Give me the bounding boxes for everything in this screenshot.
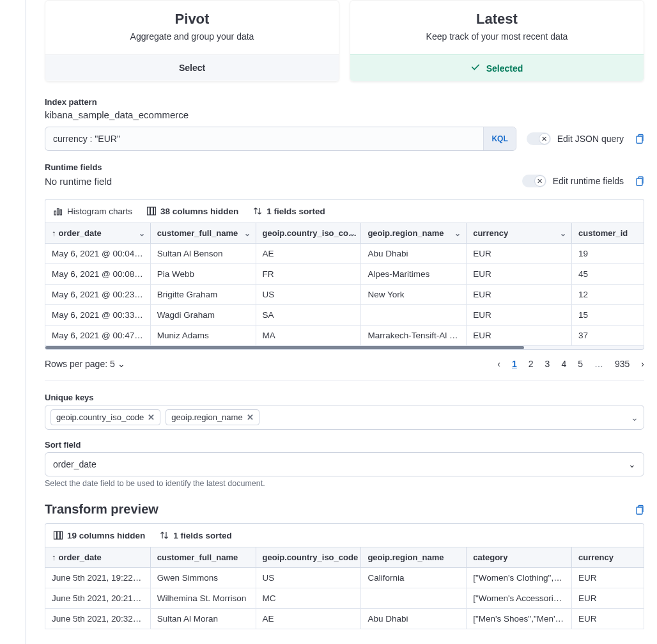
preview-fields-sorted-button[interactable]: 1 fields sorted (159, 530, 232, 540)
chevron-down-icon[interactable]: ⌄ (454, 229, 461, 238)
preview-title: Transform preview (45, 502, 158, 517)
col-customer-id[interactable]: customer_id (571, 223, 644, 244)
cell: AE (256, 244, 361, 264)
unique-keys-combobox[interactable]: geoip.country_iso_code ✕ geoip.region_na… (45, 405, 644, 430)
sort-asc-icon: ↑ (52, 228, 56, 238)
col-customer-name[interactable]: customer_full_name⌄ (150, 223, 256, 244)
pivot-title: Pivot (58, 11, 326, 27)
pivot-desc: Aggregate and group your data (58, 31, 326, 42)
pivot-card[interactable]: Pivot Aggregate and group your data Sele… (45, 0, 339, 82)
table-row[interactable]: May 6, 2021 @ 00:23:02…Brigitte GrahamUS… (45, 285, 644, 305)
columns-hidden-button[interactable]: 38 columns hidden (146, 206, 238, 216)
tag-region-name[interactable]: geoip.region_name ✕ (166, 409, 259, 425)
chevron-down-icon[interactable]: ⌄ (139, 229, 145, 238)
rows-per-page-dropdown[interactable]: Rows per page: 5 ⌄ (45, 359, 125, 369)
col-order-date[interactable]: ↑ order_date⌄ (45, 223, 151, 244)
pcol-region[interactable]: geoip.region_name (361, 547, 467, 568)
x-icon: ✕ (534, 175, 546, 187)
chevron-down-icon[interactable]: ⌄ (244, 229, 251, 238)
next-page-button[interactable]: › (641, 359, 644, 369)
pcol-category[interactable]: category (467, 547, 572, 568)
fields-sorted-button[interactable]: 1 fields sorted (252, 206, 325, 216)
pivot-select-button[interactable]: Select (45, 54, 339, 81)
histogram-label: Histogram charts (67, 207, 132, 216)
sort-field-value: order_date (53, 459, 97, 469)
sort-asc-icon: ↑ (52, 553, 56, 562)
table-row[interactable]: May 6, 2021 @ 00:08:38…Pia WebbFRAlpes-M… (45, 264, 644, 285)
copy-icon[interactable] (634, 505, 644, 515)
cell: US (256, 568, 361, 588)
bar-chart-icon (53, 206, 63, 216)
page-2[interactable]: 2 (529, 359, 534, 369)
cell: MA (256, 326, 361, 346)
pcol-customer-name[interactable]: customer_full_name (150, 547, 256, 568)
pcol-order-date[interactable]: ↑ order_date (45, 547, 151, 568)
scrollbar-thumb[interactable] (45, 346, 524, 349)
histogram-charts-button[interactable]: Histogram charts (53, 206, 132, 216)
page-last[interactable]: 935 (615, 359, 630, 369)
latest-selected-indicator[interactable]: Selected (350, 54, 644, 81)
pcol-currency[interactable]: currency (571, 547, 644, 568)
page-3[interactable]: 3 (545, 359, 550, 369)
remove-tag-icon[interactable]: ✕ (148, 412, 155, 422)
copy-icon[interactable] (634, 134, 644, 144)
cell: 12 (571, 285, 644, 305)
cell: EUR (571, 568, 644, 588)
chevron-down-icon[interactable]: ⌄ (631, 412, 638, 423)
cell: Sultan Al Benson (150, 244, 256, 264)
query-input[interactable] (45, 134, 483, 144)
sorted-label: 1 fields sorted (267, 207, 325, 216)
cell: ["Women's Clothing","Wo… (467, 568, 572, 588)
col-currency[interactable]: currency⌄ (467, 223, 572, 244)
cell: Alpes-Maritimes (361, 264, 467, 285)
copy-icon[interactable] (634, 176, 644, 186)
table-row[interactable]: May 6, 2021 @ 00:47:31…Muniz AdamsMAMarr… (45, 326, 644, 346)
remove-tag-icon[interactable]: ✕ (247, 412, 254, 422)
col-country[interactable]: geoip.country_iso_co…⌄ (256, 223, 361, 244)
edit-json-label: Edit JSON query (557, 134, 624, 144)
table-row[interactable]: June 5th 2021, 20:32:38Sultan Al MoranAE… (45, 609, 644, 629)
edit-runtime-toggle[interactable]: ✕ (522, 175, 546, 187)
query-input-wrap[interactable]: KQL (45, 127, 516, 151)
table-row[interactable]: June 5th 2021, 20:21:07Wilhemina St. Mor… (45, 588, 644, 609)
latest-card[interactable]: Latest Keep track of your most recent da… (350, 0, 644, 82)
preview-columns-hidden-button[interactable]: 19 columns hidden (53, 530, 145, 540)
page-1[interactable]: 1 (512, 359, 517, 369)
kql-badge[interactable]: KQL (483, 127, 515, 150)
cell: June 5th 2021, 20:21:07 (45, 588, 151, 609)
pcol-country[interactable]: geoip.country_iso_code (256, 547, 361, 568)
edit-json-toggle[interactable]: ✕ (527, 132, 551, 145)
cell: ["Men's Shoes","Men's Cl… (467, 609, 572, 629)
x-icon: ✕ (539, 133, 550, 145)
svg-rect-1 (637, 178, 642, 185)
col-region[interactable]: geoip.region_name⌄ (361, 223, 467, 244)
page-5[interactable]: 5 (578, 359, 583, 369)
index-pattern-label: Index pattern (45, 97, 644, 107)
nav-step-indicator-line (26, 0, 26, 642)
prev-page-button[interactable]: ‹ (497, 359, 500, 369)
sort-field-select[interactable]: order_date ⌄ (45, 452, 644, 476)
chevron-down-icon[interactable]: ⌄ (560, 229, 566, 238)
sort-icon (159, 530, 169, 540)
cell (361, 305, 467, 326)
chevron-down-icon[interactable]: ⌄ (349, 229, 355, 238)
table-row[interactable]: May 6, 2021 @ 00:33:07…Wagdi GrahamSAEUR… (45, 305, 644, 326)
cell: California (361, 568, 467, 588)
preview-hidden-label: 19 columns hidden (67, 531, 145, 540)
horizontal-scrollbar[interactable] (45, 346, 644, 350)
svg-rect-8 (637, 507, 642, 514)
cell: 45 (571, 264, 644, 285)
svg-rect-11 (61, 531, 63, 539)
cell: Wagdi Graham (150, 305, 256, 326)
table-row[interactable]: June 5th 2021, 19:22:05Gwen SimmonsUSCal… (45, 568, 644, 588)
svg-rect-10 (58, 531, 60, 539)
cell: June 5th 2021, 20:32:38 (45, 609, 151, 629)
divider (45, 381, 644, 381)
table-row[interactable]: May 6, 2021 @ 00:04:19…Sultan Al BensonA… (45, 244, 644, 264)
page-4[interactable]: 4 (561, 359, 566, 369)
sort-icon (252, 206, 263, 216)
latest-desc: Keep track of your most recent data (363, 31, 631, 42)
tag-country-iso[interactable]: geoip.country_iso_code ✕ (50, 409, 160, 425)
cell: EUR (467, 264, 572, 285)
cell: June 5th 2021, 19:22:05 (45, 568, 151, 588)
